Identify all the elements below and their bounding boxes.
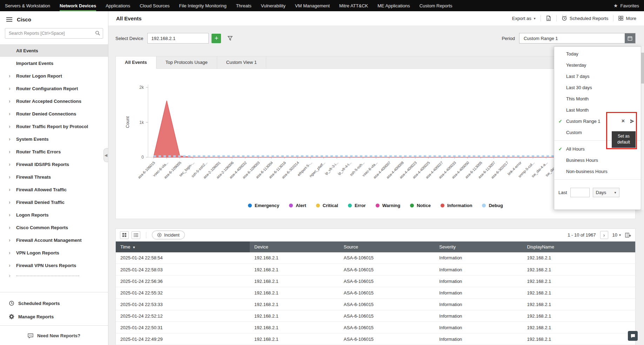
hamburger-menu-icon[interactable] <box>6 17 12 22</box>
grid-view-button[interactable] <box>120 231 129 239</box>
nav-tab-vulnerability[interactable]: Vulnerability <box>261 0 286 11</box>
chat-support-button[interactable] <box>628 331 638 341</box>
sidebar-item-router-accepted-connections[interactable]: ›Router Accepted Connections <box>0 95 108 107</box>
last-n-input[interactable] <box>570 188 590 197</box>
legend-item-emergency[interactable]: Emergency <box>248 203 279 208</box>
set-as-default-icon[interactable] <box>630 119 635 124</box>
need-new-reports-button[interactable]: Need New Reports? <box>0 325 108 341</box>
scheduled-reports-button[interactable]: Scheduled Reports <box>562 15 609 21</box>
sidebar-item-important-events[interactable]: Important Events <box>0 57 108 69</box>
table-row[interactable]: 2025-01-24 22:50:31192.168.2.1ASA-6-1060… <box>116 322 635 333</box>
period-option-last-month[interactable]: Last Month <box>554 104 641 115</box>
period-option-this-month[interactable]: This Month <box>554 93 641 104</box>
add-device-button[interactable]: + <box>212 34 221 43</box>
sidebar-item-firewall-vpn-users-reports[interactable]: ›Firewall VPN Users Reports <box>0 259 108 272</box>
tab-custom-view-1[interactable]: Custom View 1 <box>217 57 266 68</box>
table-row[interactable]: 2025-01-24 22:58:03192.168.2.1ASA-6-1060… <box>116 264 635 276</box>
sidebar-item-system-events[interactable]: ›System Events <box>0 133 108 145</box>
legend-item-critical[interactable]: Critical <box>316 203 338 208</box>
period-option-custom-range-1[interactable]: ✓ Custom Range 1 × <box>554 115 641 127</box>
nav-tab-vm-management[interactable]: VM Management <box>295 0 330 11</box>
hours-option-business-hours[interactable]: Business Hours <box>554 154 641 166</box>
add-column-icon[interactable] <box>625 232 631 238</box>
sidebar-item-router-denied-connections[interactable]: ›Router Denied Connections <box>0 107 108 120</box>
sidebar-item-logon-reports[interactable]: ›Logon Reports <box>0 208 108 221</box>
next-page-button[interactable]: › <box>600 231 608 239</box>
period-option-last-30-days[interactable]: Last 30 days <box>554 82 641 93</box>
chevron-right-icon: › <box>9 86 11 91</box>
chevron-right-icon: › <box>9 149 11 154</box>
nav-tab-mitre-att-ck[interactable]: Mitre ATT&CK <box>339 0 368 11</box>
hours-option-non-business-hours[interactable]: Non-business Hours <box>554 166 641 177</box>
sidebar-item-router-logon-report[interactable]: ›Router Logon Report <box>0 69 108 82</box>
sidebar-item-all-events[interactable]: All Events <box>0 44 108 57</box>
nav-tab-servers-workstation[interactable]: Servers & Workstation <box>5 0 50 11</box>
more-button[interactable]: More <box>618 16 636 21</box>
legend-item-debug[interactable]: Debug <box>482 203 503 208</box>
sidebar-item-router-traffic-report-by-protocol[interactable]: ›Router Traffic Report by Protocol <box>0 120 108 133</box>
export-as-button[interactable]: Export as ▾ <box>512 16 536 21</box>
legend-item-warning[interactable]: Warning <box>376 203 401 208</box>
chevron-right-icon: › <box>9 162 11 167</box>
period-option-yesterday[interactable]: Yesterday <box>554 59 641 71</box>
table-row[interactable]: 2025-01-24 22:49:29192.168.2.1ASA-6-1060… <box>116 333 635 345</box>
table-row[interactable]: 2025-01-24 22:53:33192.168.2.1ASA-6-1060… <box>116 299 635 310</box>
chevron-right-icon: › <box>9 187 11 192</box>
filter-funnel-icon[interactable] <box>227 35 233 41</box>
sidebar-item-cisco-common-reports[interactable]: ›Cisco Common Reports <box>0 221 108 234</box>
cell-source: ASA-6-106015 <box>339 299 435 310</box>
legend-item-notice[interactable]: Notice <box>410 203 431 208</box>
sidebar-footer: Scheduled Reports Manage Reports Need Ne… <box>0 292 108 345</box>
sidebar-item-firewall-ids-ips-reports[interactable]: ›Firewall IDS/IPS Reports <box>0 158 108 171</box>
nav-tab-me-applications[interactable]: ME Applications <box>377 0 410 11</box>
calendar-icon[interactable] <box>625 33 635 43</box>
list-view-button[interactable] <box>132 231 140 239</box>
delete-custom-range-icon[interactable]: × <box>622 118 625 124</box>
nav-tab-cloud-sources[interactable]: Cloud Sources <box>140 0 169 11</box>
tab-top-protocols-usage[interactable]: Top Protocols Usage <box>156 57 217 68</box>
truncated-text <box>16 276 79 276</box>
sidebar-scheduled-reports[interactable]: Scheduled Reports <box>0 297 108 310</box>
sidebar-item-vpn-logon-reports[interactable]: ›VPN Logon Reports <box>0 246 108 259</box>
nav-tab-network-devices[interactable]: Network Devices <box>60 0 96 11</box>
sidebar-manage-reports[interactable]: Manage Reports <box>0 310 108 323</box>
period-option-last-7-days[interactable]: Last 7 days <box>554 71 641 82</box>
sidebar-item-firewall-allowed-traffic[interactable]: ›Firewall Allowed Traffic <box>0 183 108 196</box>
column-header-source[interactable]: Source <box>339 241 435 252</box>
legend-item-alert[interactable]: Alert <box>289 203 306 208</box>
device-input[interactable] <box>147 33 209 44</box>
period-option-today[interactable]: Today <box>554 48 641 59</box>
nav-tab-file-integrity-monitoring[interactable]: File Integrity Monitoring <box>179 0 227 11</box>
nav-tab-threats[interactable]: Threats <box>236 0 251 11</box>
tab-all-events[interactable]: All Events <box>116 57 156 69</box>
column-header-time[interactable]: Time▼ <box>116 241 250 252</box>
sidebar-item-router-traffic-errors[interactable]: ›Router Traffic Errors <box>0 145 108 158</box>
scrollbar-thumb[interactable] <box>641 53 644 84</box>
favorites-button[interactable]: ★ Favorites <box>613 3 639 8</box>
sidebar-item-firewall-threats[interactable]: ›Firewall Threats <box>0 171 108 183</box>
table-row[interactable]: 2025-01-24 22:55:32192.168.2.1ASA-6-1060… <box>116 287 635 299</box>
export-file-icon[interactable] <box>546 15 551 21</box>
sidebar-item-router-configuration-report[interactable]: ›Router Configuration Report <box>0 82 108 95</box>
sidebar-collapse-handle[interactable]: ◀ <box>103 148 108 162</box>
unit-select[interactable]: Days ▾ <box>593 188 619 197</box>
dropdown-scrollbar[interactable] <box>641 46 644 210</box>
nav-tab-applications[interactable]: Applications <box>106 0 130 11</box>
page-size-select[interactable]: 10 ▾ <box>612 232 621 238</box>
nav-tab-custom-reports[interactable]: Custom Reports <box>420 0 452 11</box>
table-row[interactable]: 2025-01-24 22:58:54192.168.2.1ASA-6-1060… <box>116 252 635 264</box>
period-input[interactable]: Custom Range 1 <box>519 33 636 44</box>
legend-item-information[interactable]: Information <box>441 203 472 208</box>
sidebar-item-firewall-account-management[interactable]: ›Firewall Account Management <box>0 234 108 246</box>
incident-button[interactable]: Incident <box>152 231 185 239</box>
sidebar-item-firewall-denied-traffic[interactable]: ›Firewall Denied Traffic <box>0 196 108 208</box>
svg-text:1k: 1k <box>139 120 144 125</box>
column-header-severity[interactable]: Severity <box>435 241 522 252</box>
search-input[interactable] <box>5 28 103 39</box>
legend-item-error[interactable]: Error <box>348 203 366 208</box>
table-row[interactable]: 2025-01-24 22:52:12192.168.2.1ASA-6-1060… <box>116 310 635 322</box>
column-header-device[interactable]: Device <box>250 241 339 252</box>
column-header-displayname[interactable]: DisplayName <box>523 241 635 252</box>
table-row[interactable]: 2025-01-24 22:56:36192.168.2.1ASA-6-1060… <box>116 276 635 287</box>
main-content: All Events Export as ▾ Scheduled Reports <box>108 11 644 345</box>
